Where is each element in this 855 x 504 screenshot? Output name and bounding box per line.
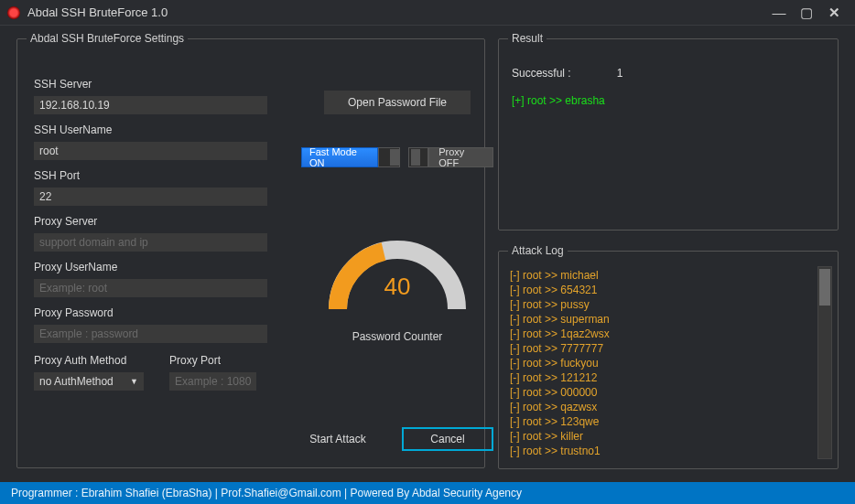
switch-knob xyxy=(411,149,420,166)
open-password-file-button[interactable]: Open Password File xyxy=(324,91,471,114)
cancel-button[interactable]: Cancel xyxy=(402,427,493,451)
proxy-server-label: Proxy Server xyxy=(34,215,267,228)
log-line: [-] root >> fuckyou xyxy=(510,356,812,370)
settings-legend: Abdal SSH BruteForce Settings xyxy=(27,32,188,45)
log-line: [-] root >> trustno1 xyxy=(510,444,812,458)
log-line: [-] root >> michael xyxy=(510,268,812,283)
successful-label: Successful : xyxy=(512,67,571,80)
fast-mode-button[interactable]: Fast Mode ON xyxy=(301,147,378,167)
fast-mode-switch[interactable] xyxy=(378,147,400,167)
password-counter-gauge: 40 xyxy=(315,222,480,323)
window-title: Abdal SSH BruteForce 1.0 xyxy=(27,5,765,19)
ssh-port-input[interactable] xyxy=(34,188,267,206)
proxy-auth-label: Proxy Auth Method xyxy=(34,354,144,367)
ssh-port-label: SSH Port xyxy=(34,169,267,182)
proxy-switch[interactable] xyxy=(408,147,428,167)
result-panel: Result Successful : 1 [+] root >> ebrash… xyxy=(498,38,839,231)
result-entry: [+] root >> ebrasha xyxy=(512,94,825,107)
app-icon xyxy=(7,6,20,19)
log-line: [-] root >> qazwsx xyxy=(510,400,812,414)
ssh-username-label: SSH UserName xyxy=(34,123,267,136)
log-line: [-] root >> 654321 xyxy=(510,283,812,297)
attack-log-legend: Attack Log xyxy=(508,244,568,257)
proxy-password-label: Proxy Password xyxy=(34,306,267,319)
close-button[interactable]: ✕ xyxy=(820,6,848,19)
proxy-username-input[interactable] xyxy=(34,279,267,297)
proxy-port-input[interactable] xyxy=(169,372,256,391)
proxy-password-input[interactable] xyxy=(34,325,267,343)
scrollbar[interactable] xyxy=(817,266,832,459)
scrollbar-thumb[interactable] xyxy=(819,269,830,306)
proxy-port-label: Proxy Port xyxy=(169,354,256,367)
result-legend: Result xyxy=(508,32,547,45)
titlebar: Abdal SSH BruteForce 1.0 — ▢ ✕ xyxy=(0,0,855,26)
ssh-server-input[interactable] xyxy=(34,96,267,114)
proxy-auth-select[interactable]: no AuthMethod ▼ xyxy=(34,372,144,391)
gauge-label: Password Counter xyxy=(352,330,443,343)
log-line: [-] root >> 121212 xyxy=(510,370,812,385)
proxy-username-label: Proxy UserName xyxy=(34,261,267,273)
settings-panel: Abdal SSH BruteForce Settings SSH Server… xyxy=(16,38,485,468)
footer-text: Programmer : Ebrahim Shafiei (EbraSha) |… xyxy=(11,487,522,499)
switch-knob xyxy=(390,149,399,166)
footer-bar: Programmer : Ebrahim Shafiei (EbraSha) |… xyxy=(0,482,855,504)
proxy-server-input[interactable] xyxy=(34,233,267,252)
log-line: [-] root >> jordan xyxy=(510,458,812,459)
log-line: [-] root >> 000000 xyxy=(510,385,812,400)
attack-log-panel: Attack Log [-] root >> michael[-] root >… xyxy=(498,251,839,469)
ssh-username-input[interactable] xyxy=(34,142,267,160)
log-line: [-] root >> superman xyxy=(510,312,812,327)
successful-row: Successful : 1 xyxy=(512,67,825,80)
maximize-button[interactable]: ▢ xyxy=(793,6,820,19)
log-line: [-] root >> 1qaz2wsx xyxy=(510,327,812,341)
log-line: [-] root >> 123qwe xyxy=(510,414,812,429)
log-line: [-] root >> 7777777 xyxy=(510,341,812,356)
start-attack-button[interactable]: Start Attack xyxy=(292,427,384,451)
gauge-value: 40 xyxy=(315,273,480,301)
ssh-server-label: SSH Server xyxy=(34,78,267,91)
log-line: [-] root >> pussy xyxy=(510,297,812,312)
proxy-auth-value: no AuthMethod xyxy=(39,375,114,388)
proxy-toggle-button[interactable]: Proxy OFF xyxy=(428,147,493,167)
chevron-down-icon: ▼ xyxy=(130,377,138,386)
minimize-button[interactable]: — xyxy=(765,6,793,19)
successful-count: 1 xyxy=(617,67,623,80)
log-line: [-] root >> killer xyxy=(510,429,812,444)
